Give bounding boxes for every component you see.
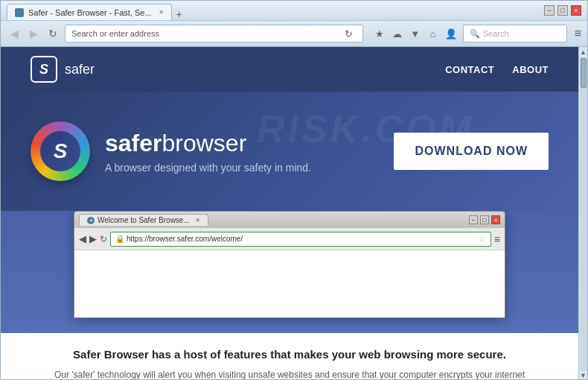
hero-brand-light: browser: [162, 130, 247, 156]
maximize-button[interactable]: □: [557, 5, 568, 16]
back-button[interactable]: ◀: [7, 26, 22, 41]
nav-contact[interactable]: CONTACT: [445, 64, 494, 75]
address-placeholder: Search or enter address: [71, 29, 342, 38]
mini-back-btn[interactable]: ◀: [79, 233, 86, 244]
search-bar[interactable]: 🔍 Search: [463, 25, 567, 42]
hero-left: S saferbrowser A browser designed with y…: [31, 121, 311, 181]
mini-close[interactable]: ×: [491, 215, 500, 224]
scroll-down-arrow[interactable]: ▼: [580, 372, 587, 379]
scroll-track[interactable]: [580, 57, 587, 370]
site-header: S safer CONTACT ABOUT: [1, 47, 578, 92]
hero-logo-inner: S: [40, 131, 80, 171]
scrollbar[interactable]: ▲ ▼: [578, 47, 587, 379]
star-icon[interactable]: ★: [372, 26, 387, 41]
hero-subtitle: A browser designed with your safety in m…: [105, 162, 311, 174]
hero-logo-letter: S: [54, 139, 68, 163]
address-reload-icon: ↻: [342, 26, 357, 41]
scroll-thumb[interactable]: [581, 58, 587, 88]
mini-forward-btn[interactable]: ▶: [89, 233, 97, 244]
page-content: S safer CONTACT ABOUT RISK.COM S: [1, 47, 578, 379]
lower-content: Safer Browser has a host of features tha…: [1, 333, 578, 379]
logo-icon: S: [31, 56, 57, 83]
window-frame: Safer - Safer Browser - Fast, Se... × + …: [0, 0, 588, 380]
mini-title-bar: Welcome to Safer Browse... × − □ ×: [74, 212, 505, 228]
download-icon[interactable]: ▼: [408, 26, 423, 41]
close-button[interactable]: ×: [571, 5, 581, 16]
tab-bar: Safer - Safer Browser - Fast, Se... × +: [7, 1, 544, 20]
window-controls: − □ ×: [544, 5, 581, 16]
mini-url-text: https://browser.safer.com/welcome/: [127, 235, 243, 243]
content-area: S safer CONTACT ABOUT RISK.COM S: [1, 47, 587, 379]
menu-button[interactable]: ≡: [575, 27, 581, 40]
hero-section: RISK.COM S saferbrowser A browser design…: [1, 92, 578, 211]
scroll-up-arrow[interactable]: ▲: [580, 48, 587, 56]
tab-title: Safer - Safer Browser - Fast, Se...: [28, 8, 152, 17]
home-icon[interactable]: ⌂: [426, 26, 441, 41]
mini-tab-label: Welcome to Safer Browse...: [98, 216, 190, 224]
reload-button[interactable]: ↻: [45, 26, 60, 41]
address-bar[interactable]: Search or enter address ↻: [65, 25, 363, 42]
logo-area: S safer: [31, 56, 95, 83]
hero-text: saferbrowser A browser designed with you…: [105, 130, 311, 174]
mini-page-content: [74, 250, 505, 317]
logo-text: safer: [65, 62, 95, 77]
tab-close-btn[interactable]: ×: [159, 8, 164, 16]
lower-title: Safer Browser has a host of features tha…: [45, 348, 534, 361]
nav-about[interactable]: ABOUT: [512, 64, 549, 75]
mini-reload-btn[interactable]: ↻: [100, 234, 107, 244]
forward-button[interactable]: ▶: [26, 26, 41, 41]
hero-title: saferbrowser: [105, 130, 311, 157]
mini-browser: Welcome to Safer Browse... × − □ × ◀ ▶: [74, 211, 505, 318]
mini-nav-bar: ◀ ▶ ↻ 🔒 https://browser.safer.com/welcom…: [74, 228, 505, 250]
mini-tab-favicon: [87, 217, 95, 224]
hero-logo: S: [31, 121, 90, 181]
hero-brand-bold: safer: [105, 130, 162, 156]
logo-letter: S: [39, 62, 48, 77]
lower-title-brand: Safer Browser: [73, 348, 149, 361]
lower-title-rest: has a host of features that makes your w…: [149, 348, 506, 361]
cloud-icon[interactable]: ☁: [390, 26, 405, 41]
mini-lock-icon: 🔒: [115, 235, 124, 243]
download-button[interactable]: DOWNLOAD NOW: [394, 133, 549, 170]
user-icon[interactable]: 👤: [444, 26, 458, 41]
title-bar: Safer - Safer Browser - Fast, Se... × + …: [1, 1, 587, 21]
browser-preview-section: Welcome to Safer Browse... × − □ × ◀ ▶: [1, 211, 578, 333]
mini-tab: Welcome to Safer Browse... ×: [79, 214, 208, 226]
minimize-button[interactable]: −: [544, 5, 555, 16]
new-tab-btn[interactable]: +: [176, 8, 182, 20]
search-placeholder: Search: [483, 29, 509, 38]
header-nav: CONTACT ABOUT: [445, 64, 549, 75]
mini-win-btns: − □ ×: [469, 215, 500, 224]
mini-menu-btn[interactable]: ≡: [494, 233, 500, 245]
mini-tab-close[interactable]: ×: [196, 216, 200, 224]
nav-icons: ★ ☁ ▼ ⌂ 👤: [372, 26, 458, 41]
nav-bar: ◀ ▶ ↻ Search or enter address ↻ ★ ☁ ▼ ⌂ …: [1, 21, 587, 47]
mini-minimize[interactable]: −: [469, 215, 478, 224]
mini-address-bar[interactable]: 🔒 https://browser.safer.com/welcome/ ☆: [110, 232, 491, 247]
lower-body-text: Our 'safer' technology will alert you wh…: [51, 368, 528, 379]
mini-maximize[interactable]: □: [480, 215, 489, 224]
mini-star-icon: ☆: [479, 234, 486, 244]
active-tab[interactable]: Safer - Safer Browser - Fast, Se... ×: [7, 4, 172, 20]
mini-tab-area: Welcome to Safer Browse... ×: [79, 214, 208, 226]
tab-favicon: [15, 8, 24, 17]
search-icon: 🔍: [470, 29, 480, 39]
